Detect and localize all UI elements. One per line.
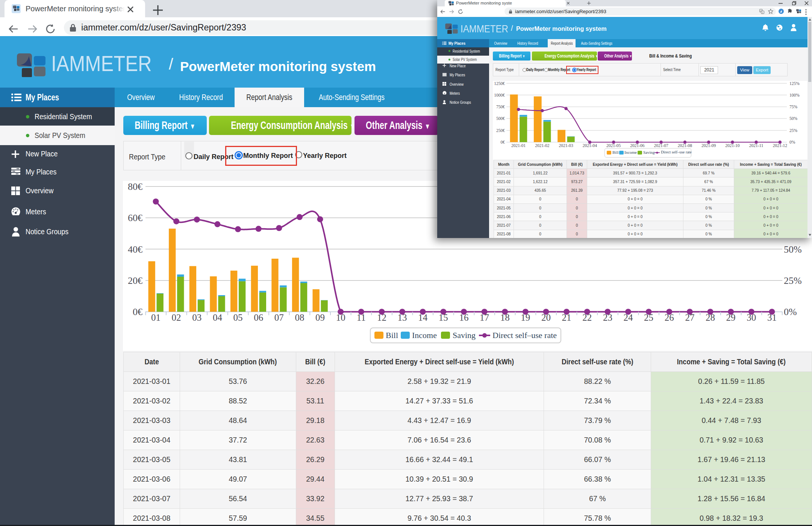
svg-text:23: 23 [603, 312, 612, 323]
svg-text:31: 31 [767, 312, 777, 323]
svg-text:100%: 100% [789, 93, 800, 97]
svg-text:08: 08 [295, 312, 304, 323]
svg-text:0€: 0€ [501, 140, 505, 144]
svg-text:2021-02: 2021-02 [535, 143, 550, 148]
svg-text:17: 17 [480, 312, 489, 323]
svg-text:20€: 20€ [128, 275, 142, 286]
svg-text:0€: 0€ [133, 306, 142, 317]
svg-text:18: 18 [500, 312, 510, 323]
svg-text:05: 05 [233, 312, 243, 323]
svg-text:03: 03 [192, 312, 201, 323]
svg-text:750€: 750€ [496, 105, 505, 109]
svg-text:10: 10 [336, 312, 345, 323]
svg-text:1250€: 1250€ [494, 81, 505, 86]
svg-text:2021-08: 2021-08 [678, 143, 692, 148]
svg-text:26: 26 [665, 312, 674, 323]
svg-text:20: 20 [541, 312, 551, 323]
svg-text:25%: 25% [789, 128, 798, 133]
svg-text:16: 16 [459, 312, 469, 323]
svg-text:12: 12 [377, 312, 386, 323]
svg-text:40€: 40€ [128, 244, 142, 255]
svg-text:50%: 50% [789, 116, 798, 121]
svg-text:29: 29 [726, 312, 736, 323]
svg-text:2021-12: 2021-12 [773, 143, 788, 148]
svg-text:11: 11 [357, 312, 366, 323]
svg-text:1000€: 1000€ [494, 93, 505, 97]
svg-text:07: 07 [274, 312, 284, 323]
svg-text:500€: 500€ [496, 116, 505, 121]
svg-text:15: 15 [439, 312, 448, 323]
svg-text:2021-10: 2021-10 [725, 143, 740, 148]
svg-text:75%: 75% [789, 105, 798, 109]
svg-text:01: 01 [151, 312, 161, 323]
svg-text:2021-07: 2021-07 [654, 143, 668, 148]
svg-text:09: 09 [315, 312, 325, 323]
svg-text:14: 14 [418, 312, 428, 323]
svg-text:21: 21 [562, 312, 571, 323]
svg-text:25%: 25% [784, 275, 802, 286]
svg-text:80€: 80€ [128, 181, 142, 192]
svg-text:24: 24 [624, 312, 633, 323]
svg-text:02: 02 [172, 312, 181, 323]
svg-text:250€: 250€ [496, 128, 505, 133]
svg-text:2021-09: 2021-09 [701, 143, 716, 148]
svg-text:50%: 50% [784, 244, 802, 255]
svg-text:06: 06 [254, 312, 263, 323]
svg-text:2021-01: 2021-01 [511, 143, 526, 148]
svg-text:28: 28 [706, 312, 715, 323]
svg-text:2021-04: 2021-04 [583, 143, 597, 148]
svg-text:2021-03: 2021-03 [559, 143, 574, 148]
svg-text:0%: 0% [784, 306, 797, 317]
svg-text:0%: 0% [789, 140, 795, 144]
svg-text:04: 04 [213, 312, 223, 323]
svg-text:22: 22 [582, 312, 592, 323]
svg-text:25: 25 [644, 312, 653, 323]
svg-text:125%: 125% [789, 81, 800, 86]
svg-text:60€: 60€ [128, 212, 142, 223]
svg-text:19: 19 [521, 312, 530, 323]
svg-text:13: 13 [398, 312, 407, 323]
svg-text:2021-05: 2021-05 [606, 143, 621, 148]
svg-text:文: 文 [762, 11, 764, 14]
svg-text:30: 30 [747, 312, 756, 323]
svg-text:27: 27 [685, 312, 694, 323]
svg-text:2021-06: 2021-06 [630, 143, 645, 148]
svg-text:2021-11: 2021-11 [749, 143, 764, 148]
